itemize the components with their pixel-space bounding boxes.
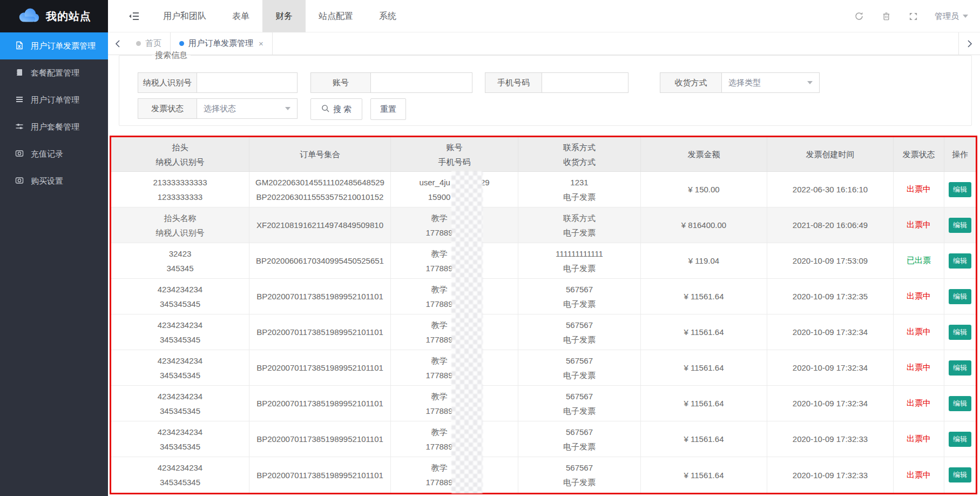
logo[interactable]: 我的站点 xyxy=(0,0,108,32)
header-created: 发票创建时间 xyxy=(767,137,894,171)
cell-title: 抬头名称 纳税人识别号 xyxy=(111,207,249,243)
sliders-icon xyxy=(15,122,24,132)
cell-status: 出票中 xyxy=(894,279,944,314)
cell-created: 2020-10-09 17:32:33 xyxy=(767,457,894,493)
admin-menu[interactable]: 管理员 xyxy=(935,11,968,22)
field-label: 手机号码 xyxy=(485,72,542,93)
sidebar: 用户订单发票管理 套餐配置管理 用户订单管理 xyxy=(0,32,108,496)
table-body: 213333333333 1233333333 GM20220630145511… xyxy=(111,172,976,493)
chevron-down-icon xyxy=(285,107,290,110)
nav-item-system[interactable]: 系统 xyxy=(366,0,409,32)
page: 我的站点 用户和团队 表单 财务 站点配置 系统 xyxy=(0,0,980,496)
edit-button[interactable]: 编辑 xyxy=(949,432,971,447)
sidebar-item-purchase-settings[interactable]: 购买设置 xyxy=(0,167,108,195)
account-group: 账号 xyxy=(310,72,472,93)
phone-group: 手机号码 xyxy=(485,72,628,93)
sidebar-item-order-mgmt[interactable]: 用户订单管理 xyxy=(0,86,108,113)
table-row: 4234234234 345345345 BP20200701173851989… xyxy=(111,457,976,493)
cell-account: 教学 177889 xyxy=(391,207,518,243)
tab-dot-icon xyxy=(179,41,184,46)
cell-title: 4234234234 345345345 xyxy=(111,350,249,385)
header-contact: 联系方式收货方式 xyxy=(518,137,641,171)
cell-actions: 编辑 xyxy=(944,279,976,314)
search-panel: 搜索信息 纳税人识别号 账号 手机号码 收货方式 选择类型 xyxy=(119,50,972,126)
cell-contact: 567567 电子发票 xyxy=(518,350,641,385)
cell-orders: BP20200701173851989952101101 xyxy=(249,350,391,385)
purchase-icon xyxy=(15,176,24,186)
nav-item-site-config[interactable]: 站点配置 xyxy=(306,0,366,32)
tab-dot-icon xyxy=(136,41,141,46)
cell-amount: ¥ 11561.64 xyxy=(641,421,767,457)
redaction-blur xyxy=(451,385,483,421)
phone-input[interactable] xyxy=(542,72,628,93)
account-input[interactable] xyxy=(371,72,472,93)
delivery-method-select[interactable]: 选择类型 xyxy=(722,72,820,93)
edit-button[interactable]: 编辑 xyxy=(949,253,971,269)
invoice-status-select[interactable]: 选择状态 xyxy=(197,98,298,119)
sidebar-item-recharge-records[interactable]: 充值记录 xyxy=(0,140,108,167)
cell-status: 出票中 xyxy=(894,207,944,243)
cell-contact: 567567 电子发票 xyxy=(518,386,641,421)
cell-created: 2020-10-09 17:32:34 xyxy=(767,386,894,421)
cell-amount: ¥ 11561.64 xyxy=(641,457,767,493)
search-button[interactable]: 搜 索 xyxy=(310,98,362,120)
edit-button[interactable]: 编辑 xyxy=(949,396,971,411)
nav-item-forms[interactable]: 表单 xyxy=(219,0,262,32)
nav-item-users-teams[interactable]: 用户和团队 xyxy=(150,0,219,32)
invoice-status: 出票中 xyxy=(907,291,931,301)
redaction-blur xyxy=(451,243,483,279)
table-row: 4234234234 345345345 BP20200701173851989… xyxy=(111,421,976,457)
sidebar-item-label: 充值记录 xyxy=(31,149,63,159)
field-label: 发票状态 xyxy=(138,98,197,119)
table-row: 32423 345345 BP2020060617034099545052565… xyxy=(111,243,976,279)
reset-button-label: 重置 xyxy=(380,104,396,115)
sidebar-item-package-config[interactable]: 套餐配置管理 xyxy=(0,59,108,86)
edit-button[interactable]: 编辑 xyxy=(949,182,971,197)
reset-button[interactable]: 重置 xyxy=(370,98,406,120)
invoice-table: 抬头纳税人识别号 订单号集合 账号手机号码 联系方式收货方式 发票金额 发票创建… xyxy=(110,136,977,494)
invoice-status: 出票中 xyxy=(907,398,931,408)
taxpayer-id-input[interactable] xyxy=(197,72,298,93)
invoice-status: 出票中 xyxy=(907,327,931,337)
refresh-icon[interactable] xyxy=(854,11,864,22)
edit-button[interactable]: 编辑 xyxy=(949,467,971,482)
search-icon xyxy=(321,104,329,114)
trash-icon[interactable] xyxy=(881,11,891,22)
cell-created: 2020-10-09 17:32:35 xyxy=(767,279,894,314)
cell-contact: 567567 电子发票 xyxy=(518,314,641,350)
header-account: 账号手机号码 xyxy=(391,137,518,171)
sidebar-item-label: 用户套餐管理 xyxy=(31,122,79,132)
edit-button[interactable]: 编辑 xyxy=(949,325,971,340)
cell-status: 已出票 xyxy=(894,243,944,278)
cell-created: 2020-10-09 17:32:34 xyxy=(767,350,894,385)
edit-button[interactable]: 编辑 xyxy=(949,289,971,304)
redaction-blur xyxy=(451,421,483,457)
cell-actions: 编辑 xyxy=(944,457,976,493)
table-header: 抬头纳税人识别号 订单号集合 账号手机号码 联系方式收货方式 发票金额 发票创建… xyxy=(111,137,976,172)
redaction-blur xyxy=(451,171,483,207)
cell-status: 出票中 xyxy=(894,314,944,350)
search-row-1: 纳税人识别号 账号 手机号码 收货方式 选择类型 xyxy=(138,72,971,93)
package-config-icon xyxy=(15,68,24,78)
sidebar-item-user-package[interactable]: 用户套餐管理 xyxy=(0,113,108,140)
close-icon[interactable]: × xyxy=(259,39,263,48)
field-label: 纳税人识别号 xyxy=(138,72,197,93)
cell-actions: 编辑 xyxy=(944,243,976,278)
sidebar-item-invoice-mgmt[interactable]: 用户订单发票管理 xyxy=(0,32,108,59)
nav-item-finance[interactable]: 财务 xyxy=(262,0,306,32)
cell-actions: 编辑 xyxy=(944,386,976,421)
cell-title: 4234234234 345345345 xyxy=(111,314,249,350)
cell-created: 2020-10-09 17:32:33 xyxy=(767,421,894,457)
search-button-label: 搜 索 xyxy=(333,104,352,115)
order-list-icon xyxy=(15,95,24,105)
cell-created: 2022-06-30 16:16:10 xyxy=(767,172,894,207)
fullscreen-icon[interactable] xyxy=(908,11,918,22)
cell-title: 4234234234 345345345 xyxy=(111,386,249,421)
cell-status: 出票中 xyxy=(894,350,944,385)
cell-orders: BP20200701173851989952101101 xyxy=(249,421,391,457)
edit-button[interactable]: 编辑 xyxy=(949,218,971,233)
cell-amount: ¥ 11561.64 xyxy=(641,350,767,385)
edit-button[interactable]: 编辑 xyxy=(949,360,971,376)
invoice-status: 出票中 xyxy=(907,220,931,230)
menu-fold-icon[interactable] xyxy=(118,0,150,32)
